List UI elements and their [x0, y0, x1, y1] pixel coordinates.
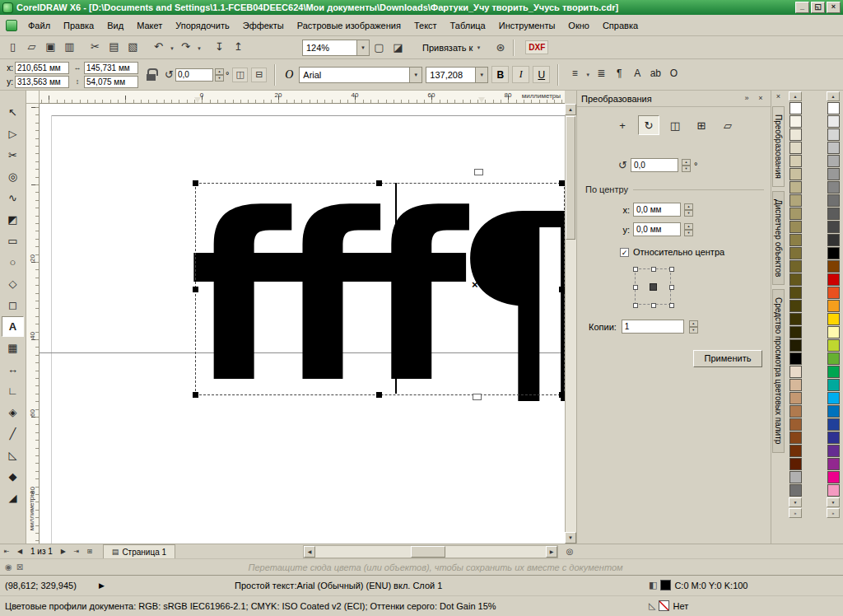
underline-button[interactable]: U [533, 66, 550, 83]
import-button[interactable]: ↧ [210, 37, 229, 55]
font-list-combo[interactable]: Arial ▼ [299, 67, 422, 83]
color-swatch[interactable] [789, 102, 802, 114]
color-swatch[interactable] [827, 260, 840, 273]
bold-button[interactable]: B [491, 66, 509, 83]
docker-strip-close-button[interactable]: × [773, 91, 785, 102]
scroll-up-button[interactable]: ▲ [565, 104, 576, 115]
freehand-tool[interactable]: ∿ [2, 188, 24, 208]
selection-handle[interactable] [559, 287, 565, 292]
apply-button[interactable]: Применить [693, 350, 762, 367]
quick-zoom-button[interactable]: ◎ [563, 545, 576, 558]
spinner-up-icon[interactable]: ▲ [215, 68, 224, 75]
palette-scroll-up-button[interactable]: ▲ [789, 91, 802, 101]
first-page-button[interactable]: ⇤ [0, 545, 13, 558]
color-swatch[interactable] [789, 273, 802, 286]
fill-tool[interactable]: ◆ [2, 466, 24, 487]
no-color-icon[interactable]: ⊠ [16, 562, 23, 572]
view-quality-button[interactable]: ◪ [389, 39, 408, 57]
redo-button[interactable]: ↷ [176, 37, 195, 55]
docker-collapse-button[interactable]: » [741, 93, 752, 105]
color-swatch[interactable] [789, 379, 802, 391]
next-page-button[interactable]: ▶ [57, 545, 70, 558]
crop-tool[interactable]: ✂ [2, 145, 24, 166]
docker-side-tab-2[interactable]: Диспетчер объектов [772, 191, 785, 285]
color-swatch[interactable] [789, 458, 802, 470]
color-swatch[interactable] [789, 194, 802, 207]
drop-cap-button[interactable]: ¶ [610, 65, 628, 82]
menu-item-12[interactable]: Справка [596, 16, 645, 35]
spinner-up-icon[interactable]: ▲ [682, 159, 691, 166]
horizontal-scrollbar[interactable]: ◀ ▶ [303, 545, 558, 558]
anchor-point[interactable] [669, 267, 674, 272]
no-outline-swatch[interactable] [659, 600, 669, 611]
docker-side-tab-3[interactable]: Средство просмотра цветовых палитр [772, 289, 785, 452]
selection-handle[interactable] [376, 392, 382, 398]
edit-text-button[interactable]: ab [646, 65, 664, 82]
character-formatting-button[interactable]: A [628, 65, 646, 82]
selection-handle[interactable] [193, 287, 198, 292]
undo-button[interactable]: ↶ [149, 37, 168, 55]
docker-x-field[interactable]: 0,0 мм [633, 203, 681, 217]
polygon-tool[interactable]: ◇ [2, 273, 24, 294]
color-swatch[interactable] [789, 155, 802, 167]
menu-item-3[interactable]: Вид [100, 16, 130, 35]
ellipse-tool[interactable]: ○ [2, 252, 24, 273]
zoom-tool[interactable]: ◎ [2, 166, 24, 187]
rotate-tab[interactable]: ↻ [638, 115, 659, 135]
opentype-button[interactable]: O [664, 65, 682, 82]
drawing-canvas[interactable]: fff¶ × [40, 104, 565, 544]
dimension-tool[interactable]: ↔ [2, 359, 24, 380]
table-tool[interactable]: ▦ [2, 338, 24, 358]
color-swatch[interactable] [827, 155, 840, 167]
scrollbar-thumb[interactable] [411, 546, 445, 558]
color-swatch[interactable] [789, 260, 802, 273]
copies-spinner[interactable]: ▲▼ [689, 320, 698, 334]
menu-item-5[interactable]: Упорядочить [169, 16, 235, 35]
smart-fill-tool[interactable]: ◩ [2, 209, 24, 230]
color-swatch[interactable] [789, 445, 802, 457]
color-swatch[interactable] [789, 247, 802, 259]
text-frame-handle[interactable] [473, 394, 482, 400]
object-width-field[interactable]: 145,731 мм [84, 62, 138, 74]
rotation-angle-field[interactable]: 0,0 [175, 68, 213, 82]
fullscreen-preview-button[interactable]: ▢ [370, 39, 389, 57]
color-swatch[interactable] [827, 300, 840, 312]
save-button[interactable]: ▣ [41, 37, 60, 55]
spinner-down-icon[interactable]: ▼ [215, 75, 224, 82]
color-swatch[interactable] [827, 405, 840, 418]
anchor-point[interactable] [633, 267, 638, 272]
italic-button[interactable]: I [512, 66, 529, 83]
color-swatch[interactable] [789, 208, 802, 220]
add-page-button[interactable]: ⊞ [83, 545, 96, 558]
color-swatch[interactable] [789, 115, 802, 128]
rectangle-tool[interactable]: ▭ [2, 231, 24, 251]
relative-center-checkbox[interactable]: ✓ [620, 248, 629, 257]
menu-item-7[interactable]: Растровые изображения [291, 16, 408, 35]
paste-button[interactable]: ▧ [123, 37, 142, 55]
anchor-point-center[interactable] [650, 283, 657, 291]
color-swatch[interactable] [789, 392, 802, 404]
color-swatch[interactable] [789, 471, 802, 483]
basic-shapes-tool[interactable]: ◻ [2, 295, 24, 315]
size-tab[interactable]: ⊞ [691, 115, 712, 135]
anchor-point[interactable] [651, 303, 656, 308]
color-swatch[interactable] [827, 181, 840, 194]
text-alignment-button[interactable]: ≡ [566, 65, 584, 82]
color-swatch[interactable] [789, 432, 802, 444]
color-swatch[interactable] [827, 208, 840, 220]
color-swatch[interactable] [827, 273, 840, 286]
snap-to-dropdown[interactable]: Привязать к ▼ [419, 41, 484, 54]
anchor-point[interactable] [651, 267, 656, 272]
color-swatch[interactable] [827, 326, 840, 338]
fill-color-swatch[interactable] [660, 580, 671, 590]
minimize-button[interactable]: _ [795, 2, 809, 13]
color-swatch[interactable] [789, 221, 802, 233]
color-swatch[interactable] [827, 366, 840, 378]
menu-item-8[interactable]: Текст [408, 16, 444, 35]
color-swatch[interactable] [789, 313, 802, 325]
spinner-down-icon[interactable]: ▼ [684, 210, 693, 217]
docker-y-spinner[interactable]: ▲▼ [684, 223, 693, 236]
rotation-angle-spinner[interactable]: ▲▼ [215, 68, 224, 82]
color-swatch[interactable] [827, 247, 840, 259]
color-swatch[interactable] [789, 142, 802, 154]
